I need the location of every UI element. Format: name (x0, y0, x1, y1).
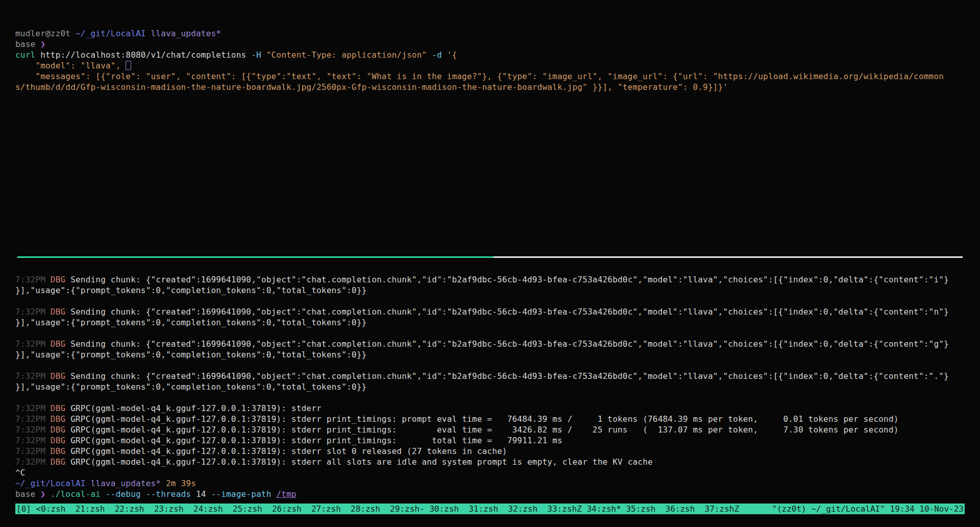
terminal-text-segment: DBG (51, 371, 70, 381)
pane-divider-inactive-segment (494, 256, 963, 258)
terminal-text-segment: llava_updates* (151, 29, 222, 38)
terminal-text-segment: llava_updates* (91, 478, 161, 488)
terminal-text-segment: base (15, 39, 40, 49)
terminal-text-segment: GRPC(ggml-model-q4_k.gguf-127.0.0.1:3781… (70, 425, 898, 435)
grpc-eval-time-line: 7:32PM DBG GRPC(ggml-model-q4_k.gguf-127… (15, 424, 975, 435)
top-pane[interactable]: mudler@zz0t ~/_git/LocalAI llava_updates… (15, 28, 975, 92)
terminal-text-segment: "messages": [{"role": "user", "content":… (15, 71, 944, 81)
tmux-window-list[interactable]: [0] <0:zsh 21:zsh 22:zsh 23:zsh 24:zsh 2… (16, 504, 739, 514)
terminal-text-segment (161, 478, 166, 488)
terminal-text-segment: DBG (51, 446, 70, 456)
terminal-text-segment: GRPC(ggml-model-q4_k.gguf-127.0.0.1:3781… (70, 436, 562, 445)
terminal-text-segment: ^C (15, 468, 26, 477)
terminal-text-segment: '{ (447, 50, 457, 60)
terminal-text-segment: ~/_git/LocalAI (15, 478, 86, 488)
curl-json-messages-wrap-line: s/thumb/d/dd/Gfp-wisconsin-madison-the-n… (15, 82, 975, 92)
shell-prompt-context: mudler@zz0t ~/_git/LocalAI llava_updates… (15, 28, 975, 39)
terminal-text-segment: Sending chunk: {"created":1699641090,"ob… (70, 371, 949, 381)
terminal-window: mudler@zz0t ~/_git/LocalAI llava_updates… (0, 0, 980, 527)
terminal-text-segment: 7:32PM (15, 446, 51, 456)
terminal-text-segment: 7:32PM (15, 403, 51, 413)
terminal-text-segment: "Content-Type: application/json" (266, 50, 432, 60)
terminal-text-segment: http://localhost:8080/v1/chat/completion… (40, 50, 251, 60)
terminal-text-segment: 7:32PM (15, 425, 51, 435)
terminal-text-segment: GRPC(ggml-model-q4_k.gguf-127.0.0.1:3781… (70, 403, 322, 413)
grpc-slots-idle-line: 7:32PM DBG GRPC(ggml-model-q4_k.gguf-127… (15, 457, 975, 467)
terminal-text-segment: ./local-ai (51, 489, 106, 499)
text-cursor (126, 61, 131, 70)
terminal-text-segment: Sending chunk: {"created":1699641090,"ob… (70, 275, 949, 284)
terminal-text-segment: DBG (51, 339, 70, 349)
terminal-text-segment: base (15, 489, 40, 499)
terminal-text-segment: Sending chunk: {"created":1699641090,"ob… (70, 339, 949, 349)
terminal-text-segment: 7:32PM (15, 414, 51, 424)
curl-json-messages-line: "messages": [{"role": "user", "content":… (15, 71, 975, 82)
terminal-text-segment: DBG (51, 307, 70, 317)
terminal-text-segment: DBG (51, 457, 70, 467)
blank-line (15, 296, 975, 306)
grpc-prompt-eval-time-line: 7:32PM DBG GRPC(ggml-model-q4_k.gguf-127… (15, 414, 975, 424)
debug-log-chunk-1-wrap: }],"usage":{"prompt_tokens":0,"completio… (15, 285, 975, 296)
terminal-text-segment: }],"usage":{"prompt_tokens":0,"completio… (15, 318, 366, 327)
terminal-text-segment: 7:32PM (15, 371, 51, 381)
local-ai-command-line: base ❯ ./local-ai --debug --threads 14 -… (15, 489, 975, 499)
terminal-text-segment: mudler@zz0t (15, 29, 76, 38)
terminal-text-segment: --debug (106, 489, 146, 499)
terminal-text-segment: }],"usage":{"prompt_tokens":0,"completio… (15, 382, 366, 392)
terminal-text-segment: GRPC(ggml-model-q4_k.gguf-127.0.0.1:3781… (70, 457, 653, 467)
terminal-text-segment: DBG (51, 403, 70, 413)
terminal-text-segment: 7:32PM (15, 436, 51, 445)
grpc-stderr-line: 7:32PM DBG GRPC(ggml-model-q4_k.gguf-127… (15, 403, 975, 414)
shell-prompt-context: ~/_git/LocalAI llava_updates* 2m 39s (15, 478, 975, 489)
terminal-text-segment: 14 (196, 489, 211, 499)
debug-log-chunk-1: 7:32PM DBG Sending chunk: {"created":169… (15, 274, 975, 285)
bottom-pane[interactable]: 7:32PM DBG Sending chunk: {"created":169… (15, 274, 975, 499)
terminal-text-segment: }],"usage":{"prompt_tokens":0,"completio… (15, 285, 366, 295)
curl-command-line: curl http://localhost:8080/v1/chat/compl… (15, 50, 975, 60)
terminal-text-segment: 7:32PM (15, 307, 51, 317)
terminal-text-segment: ❯ (40, 489, 51, 499)
terminal-text-segment: s/thumb/d/dd/Gfp-wisconsin-madison-the-n… (15, 82, 728, 92)
terminal-text-segment: DBG (51, 425, 70, 435)
terminal-text-segment: --threads (146, 489, 196, 499)
sigint-line: ^C (15, 467, 975, 478)
terminal-text-segment: GRPC(ggml-model-q4_k.gguf-127.0.0.1:3781… (70, 414, 898, 424)
blank-line (15, 328, 975, 339)
terminal-text-segment: "model": "llava", (15, 61, 126, 70)
debug-log-chunk-2-wrap: }],"usage":{"prompt_tokens":0,"completio… (15, 317, 975, 328)
terminal-text-segment: 7:32PM (15, 457, 51, 467)
debug-log-chunk-4: 7:32PM DBG Sending chunk: {"created":169… (15, 371, 975, 381)
terminal-text-segment: curl (15, 50, 40, 60)
terminal-text-segment: DBG (51, 275, 70, 284)
terminal-text-segment: Sending chunk: {"created":1699641090,"ob… (70, 307, 949, 317)
terminal-text-segment: }],"usage":{"prompt_tokens":0,"completio… (15, 350, 366, 360)
terminal-text-segment: ~/_git/LocalAI (76, 29, 146, 38)
debug-log-chunk-4-wrap: }],"usage":{"prompt_tokens":0,"completio… (15, 381, 975, 392)
terminal-text-segment: DBG (51, 414, 70, 424)
debug-log-chunk-3-wrap: }],"usage":{"prompt_tokens":0,"completio… (15, 349, 975, 360)
terminal-text-segment: ❯ (40, 39, 45, 49)
grpc-slot-released-line: 7:32PM DBG GRPC(ggml-model-q4_k.gguf-127… (15, 446, 975, 457)
curl-json-model-line: "model": "llava", (15, 60, 975, 71)
pane-divider-active-segment (17, 256, 494, 258)
terminal-text-segment: -d (432, 50, 447, 60)
blank-line (15, 392, 975, 403)
terminal-text-segment (146, 29, 151, 38)
grpc-total-time-line: 7:32PM DBG GRPC(ggml-model-q4_k.gguf-127… (15, 435, 975, 446)
terminal-text-segment: /tmp (276, 489, 296, 499)
terminal-text-segment: --image-path (211, 489, 277, 499)
terminal-text-segment: 7:32PM (15, 339, 51, 349)
debug-log-chunk-2: 7:32PM DBG Sending chunk: {"created":169… (15, 306, 975, 317)
tmux-session-info: "(zz0t) ~/_git/LocalAI" 19:34 10-Nov-23 (772, 504, 964, 514)
pane-divider[interactable] (17, 256, 963, 258)
terminal-text-segment: 2m 39s (166, 478, 196, 488)
terminal-text-segment: 7:32PM (15, 275, 51, 284)
terminal-text-segment: GRPC(ggml-model-q4_k.gguf-127.0.0.1:3781… (70, 446, 507, 456)
tmux-status-bar: [0] <0:zsh 21:zsh 22:zsh 23:zsh 24:zsh 2… (15, 504, 965, 514)
terminal-text-segment (86, 478, 91, 488)
debug-log-chunk-3: 7:32PM DBG Sending chunk: {"created":169… (15, 339, 975, 349)
terminal-text-segment: DBG (51, 436, 70, 445)
shell-prompt-input: base ❯ (15, 39, 975, 50)
blank-line (15, 360, 975, 371)
terminal-text-segment: -H (251, 50, 266, 60)
